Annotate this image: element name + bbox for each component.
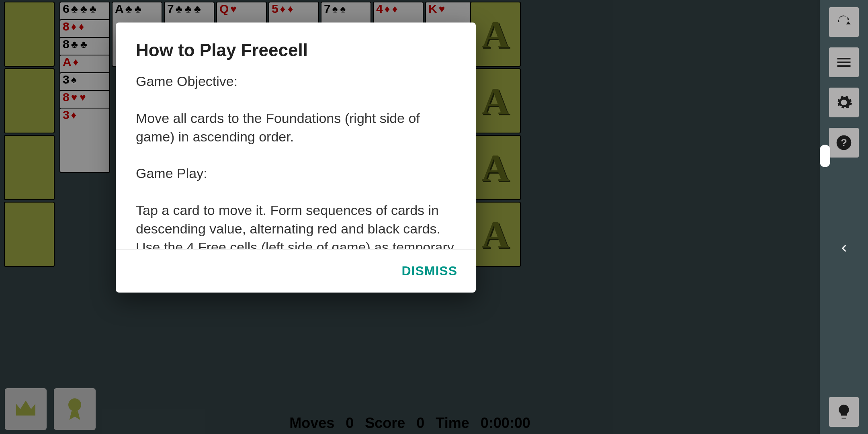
svg-text:?: ? <box>841 137 847 148</box>
dialog-title: How to Play Freecell <box>136 40 456 60</box>
menu-icon <box>835 53 853 71</box>
settings-button[interactable] <box>829 88 859 117</box>
refresh-icon <box>835 13 853 31</box>
game-board: 6♣♣♣ 8♦♦ 8♣♣ A♦ 3♠ 8♥♥ 3♦ A♣♣ 7♣♣♣ Q♥ 5♦… <box>0 0 820 434</box>
menu-button[interactable] <box>829 47 859 77</box>
gear-icon <box>835 94 853 111</box>
dialog-text: Game Objective: Move all cards to the Fo… <box>136 72 456 249</box>
chevron-left-icon <box>839 243 849 254</box>
refresh-button[interactable] <box>829 7 859 37</box>
help-button[interactable]: ? <box>829 128 859 158</box>
how-to-play-dialog: How to Play Freecell Game Objective: Mov… <box>116 23 476 293</box>
back-button[interactable] <box>836 240 852 256</box>
right-toolbar: ? <box>820 0 868 434</box>
hint-button[interactable] <box>829 397 859 427</box>
dismiss-button[interactable]: DISMISS <box>401 264 457 278</box>
lightbulb-icon <box>835 403 853 421</box>
scroll-indicator[interactable] <box>820 145 830 167</box>
dialog-actions: DISMISS <box>116 249 476 293</box>
dialog-body: How to Play Freecell Game Objective: Mov… <box>116 23 476 249</box>
help-icon: ? <box>835 134 853 151</box>
